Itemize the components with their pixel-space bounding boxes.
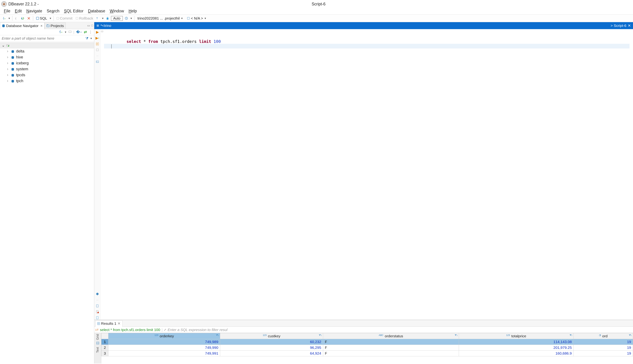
tab-database-navigator[interactable]: Database Navigator ✕ bbox=[0, 22, 45, 29]
column-header-totalprice[interactable]: 123 totalprice⧩↕ bbox=[459, 333, 573, 339]
menu-help[interactable]: Help bbox=[129, 9, 137, 14]
cell-ord[interactable]: 19 bbox=[574, 345, 633, 350]
menu-edit[interactable]: Edit bbox=[15, 9, 22, 14]
catalog-system[interactable]: ›system bbox=[0, 66, 94, 72]
cell-orderkey[interactable]: 749,991 bbox=[108, 350, 220, 356]
table-row[interactable]: 3749,99164,924F160,686.919 bbox=[101, 350, 633, 356]
menu-database[interactable]: Database bbox=[88, 9, 105, 14]
chevron-right-icon: › bbox=[7, 67, 10, 71]
new-conn-nav-button[interactable]: + bbox=[59, 30, 63, 34]
nav-more-button[interactable]: ⋮ bbox=[89, 30, 92, 34]
cell-totalprice[interactable]: 114,143.08 bbox=[459, 339, 573, 345]
close-results-icon[interactable]: ✕ bbox=[118, 322, 121, 326]
database-icon bbox=[11, 74, 14, 76]
table-row[interactable]: 1749,98960,232F114,143.0819 bbox=[101, 339, 633, 345]
nav-folder-button[interactable] bbox=[69, 30, 72, 34]
sql-text-icon[interactable]: ⟨›T bbox=[95, 328, 99, 331]
run-button[interactable]: ▶ bbox=[96, 30, 99, 34]
schema-selector[interactable]: < N/A > ▼ bbox=[186, 16, 208, 21]
new-connection-button[interactable]: + bbox=[2, 16, 7, 20]
link-editor-button[interactable]: ⇄ bbox=[84, 30, 87, 34]
save-error-button[interactable] bbox=[96, 310, 99, 314]
show-output-button[interactable]: >_ bbox=[96, 60, 99, 64]
collapse-button[interactable]: �− bbox=[76, 30, 82, 34]
tx-mode-button[interactable]: T bbox=[95, 16, 101, 20]
editor-tab-active[interactable]: > Script-6 ✕ bbox=[608, 24, 633, 28]
cell-totalprice[interactable]: 201,979.25 bbox=[459, 345, 573, 350]
connect-button[interactable] bbox=[14, 16, 19, 20]
cell-custkey[interactable]: 64,924 bbox=[220, 350, 323, 356]
grid-view-button[interactable]: Grid bbox=[96, 333, 100, 341]
auto-commit-selector[interactable]: Auto bbox=[111, 16, 123, 21]
tree-root-connection[interactable]: ⌄ bbox=[0, 42, 94, 48]
commit-icon bbox=[56, 17, 59, 20]
column-header-orderkey[interactable]: 123 orderkey⧩↕ bbox=[108, 333, 220, 339]
disconnect-button[interactable] bbox=[26, 16, 31, 20]
explain-button[interactable] bbox=[96, 48, 99, 52]
cell-orderkey[interactable]: 749,990 bbox=[108, 345, 220, 350]
menu-file[interactable]: File bbox=[4, 9, 10, 14]
rollback-button[interactable]: Rollback bbox=[75, 16, 94, 21]
sql-editor[interactable]: − select * from tpch.sf1.orders limit 10… bbox=[101, 29, 633, 320]
results-tab[interactable]: Results 1 ✕ bbox=[95, 320, 123, 327]
history-dropdown[interactable]: ▼ bbox=[130, 17, 133, 20]
filter-icon[interactable]: ⧩ bbox=[85, 36, 89, 40]
settings-button[interactable]: ✱ bbox=[96, 292, 99, 296]
tab-projects[interactable]: Projects bbox=[45, 22, 66, 29]
menu-search[interactable]: Search bbox=[47, 9, 60, 14]
editor-tab[interactable]: *<trino bbox=[94, 24, 113, 28]
lock-button[interactable] bbox=[105, 16, 110, 20]
catalog-iceberg[interactable]: ›iceberg bbox=[0, 60, 94, 66]
catalog-tpcds[interactable]: ›tpcds bbox=[0, 72, 94, 78]
row-number[interactable]: 3 bbox=[101, 350, 108, 356]
column-header-ord[interactable]: ◔ ord⧩↕ bbox=[574, 333, 633, 339]
new-conn-nav-dropdown[interactable]: ▼ bbox=[64, 31, 67, 34]
filter-input[interactable] bbox=[0, 35, 84, 42]
run-script-button[interactable] bbox=[96, 42, 99, 46]
cell-ord[interactable]: 19 bbox=[574, 339, 633, 345]
new-script-button[interactable] bbox=[96, 304, 99, 308]
cell-totalprice[interactable]: 160,686.9 bbox=[459, 350, 573, 356]
table-row[interactable]: 2749,99096,295F201,979.2519 bbox=[101, 345, 633, 350]
grid-view-icon[interactable] bbox=[96, 342, 99, 345]
fold-icon[interactable]: − bbox=[101, 30, 103, 32]
cell-orderkey[interactable]: 749,989 bbox=[108, 339, 220, 345]
cell-ord[interactable]: 19 bbox=[574, 350, 633, 356]
column-header-custkey[interactable]: 123 custkey⧩↕ bbox=[220, 333, 323, 339]
link-button[interactable] bbox=[96, 316, 99, 320]
minimize-view-button[interactable]: ▭ bbox=[87, 24, 90, 27]
menu-window[interactable]: Window bbox=[110, 9, 124, 14]
cell-orderstatus[interactable]: F bbox=[323, 345, 459, 350]
history-button[interactable] bbox=[124, 16, 129, 20]
close-icon[interactable]: ✕ bbox=[40, 24, 43, 28]
cell-orderstatus[interactable]: F bbox=[323, 350, 459, 356]
row-number-header[interactable] bbox=[101, 333, 108, 339]
text-view-button[interactable]: Text bbox=[96, 346, 100, 354]
run-new-tab-button[interactable]: ▶+ bbox=[96, 36, 99, 40]
results-grid[interactable]: 123 orderkey⧩↕123 custkey⧩↕ABC orderstat… bbox=[101, 333, 633, 364]
catalog-tpch[interactable]: ›tpch bbox=[0, 78, 94, 84]
cell-custkey[interactable]: 96,295 bbox=[220, 345, 323, 350]
connection-selector[interactable]: trino2022081 ... .projecthil ▼ bbox=[136, 16, 185, 21]
close-tab-icon[interactable]: ✕ bbox=[628, 24, 631, 28]
column-header-orderstatus[interactable]: ABC orderstatus⧩↕ bbox=[323, 333, 459, 339]
tx-mode-dropdown[interactable]: ▼ bbox=[102, 17, 104, 20]
lock-icon bbox=[106, 17, 109, 20]
row-number[interactable]: 1 bbox=[101, 339, 108, 345]
cell-custkey[interactable]: 60,232 bbox=[220, 339, 323, 345]
maximize-view-button[interactable]: □ bbox=[91, 24, 93, 27]
sql-editor-button[interactable]: SQL bbox=[35, 16, 48, 21]
expand-filter-icon[interactable]: ⤢ bbox=[164, 328, 166, 332]
new-connection-dropdown[interactable]: ▼ bbox=[8, 17, 11, 20]
commit-button[interactable]: Commit bbox=[55, 16, 74, 21]
menu-sql-editor[interactable]: SQL Editor bbox=[64, 9, 84, 14]
menu-navigate[interactable]: Navigate bbox=[26, 9, 42, 14]
cell-orderstatus[interactable]: F bbox=[323, 339, 459, 345]
filter-dropdown[interactable]: ▼ bbox=[90, 37, 92, 40]
row-number[interactable]: 2 bbox=[101, 345, 108, 350]
sql-editor-dropdown[interactable]: ▼ bbox=[49, 17, 52, 20]
filter-hint[interactable]: Enter a SQL expression to filter resul bbox=[168, 328, 632, 332]
catalog-hive[interactable]: ›hive bbox=[0, 54, 94, 60]
reconnect-button[interactable] bbox=[20, 16, 25, 20]
catalog-delta[interactable]: ›delta bbox=[0, 48, 94, 54]
